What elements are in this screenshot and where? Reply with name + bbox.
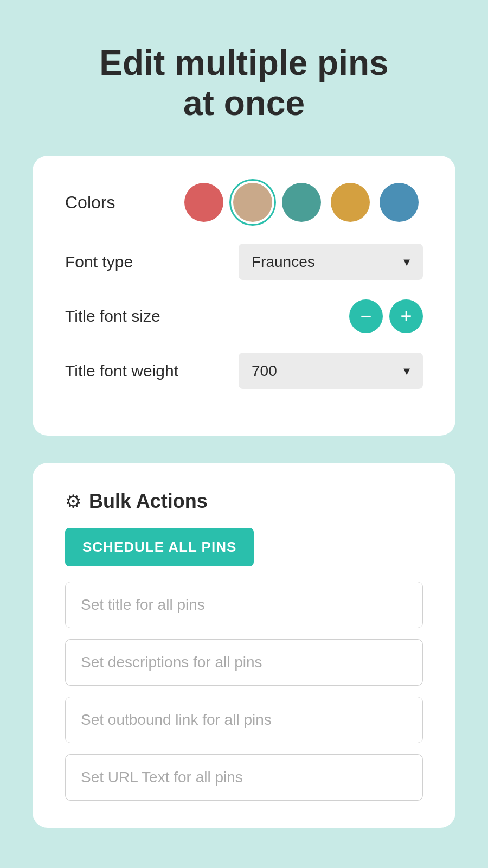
color-blue[interactable] bbox=[380, 183, 419, 222]
page-title: Edit multiple pins at once bbox=[99, 43, 388, 123]
font-weight-select[interactable]: 100 200 300 400 500 600 700 800 900 bbox=[239, 353, 423, 389]
font-weight-dropdown-wrapper: 100 200 300 400 500 600 700 800 900 ▼ bbox=[239, 353, 423, 389]
color-teal[interactable] bbox=[282, 183, 321, 222]
font-size-increase-button[interactable]: + bbox=[389, 299, 423, 333]
set-descriptions-input[interactable] bbox=[65, 639, 423, 686]
set-outbound-link-input[interactable] bbox=[65, 697, 423, 743]
color-beige[interactable] bbox=[233, 183, 272, 222]
font-size-decrease-button[interactable]: − bbox=[349, 299, 383, 333]
color-red[interactable] bbox=[184, 183, 223, 222]
font-type-label: Font type bbox=[65, 253, 217, 271]
colors-label: Colors bbox=[65, 193, 184, 213]
font-type-row: Font type Fraunces Roboto Open Sans Lato… bbox=[65, 244, 423, 280]
title-font-weight-label: Title font weight bbox=[65, 362, 217, 380]
font-size-stepper: − + bbox=[349, 299, 423, 333]
title-font-size-label: Title font size bbox=[65, 307, 217, 326]
colors-row: Colors bbox=[65, 183, 423, 222]
bulk-actions-title: Bulk Actions bbox=[89, 490, 208, 513]
set-title-input[interactable] bbox=[65, 582, 423, 628]
color-gold[interactable] bbox=[331, 183, 370, 222]
font-type-select[interactable]: Fraunces Roboto Open Sans Lato Montserra… bbox=[239, 244, 423, 280]
settings-card: Colors Font type Fraunces Roboto Open Sa… bbox=[33, 156, 455, 436]
color-circles bbox=[184, 183, 419, 222]
title-font-weight-row: Title font weight 100 200 300 400 500 60… bbox=[65, 353, 423, 389]
schedule-all-pins-button[interactable]: SCHEDULE ALL PINS bbox=[65, 528, 254, 566]
title-font-size-row: Title font size − + bbox=[65, 299, 423, 333]
bulk-title-row: ⚙ Bulk Actions bbox=[65, 490, 423, 513]
font-type-dropdown-wrapper: Fraunces Roboto Open Sans Lato Montserra… bbox=[239, 244, 423, 280]
set-url-text-input[interactable] bbox=[65, 754, 423, 801]
gear-icon: ⚙ bbox=[65, 490, 81, 512]
bulk-actions-card: ⚙ Bulk Actions SCHEDULE ALL PINS bbox=[33, 463, 455, 828]
